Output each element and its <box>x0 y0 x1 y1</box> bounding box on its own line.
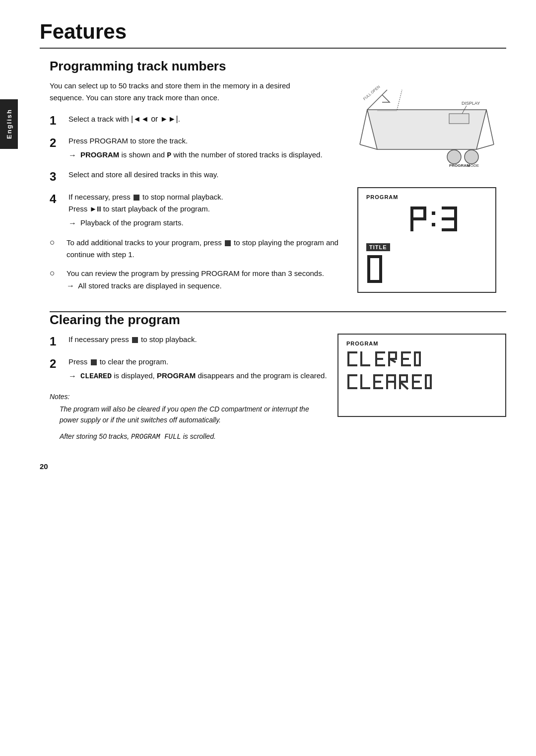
cleared-monospace: CLEARED <box>80 372 112 381</box>
clear-step-1-content: If necessary press to stop playback. <box>68 334 197 345</box>
svg-rect-64 <box>373 374 375 389</box>
lcd-clearing-display: PROGRAM <box>337 334 506 417</box>
svg-rect-42 <box>375 351 377 366</box>
bullet-2-arrow: → All stored tracks are displayed in seq… <box>67 279 324 292</box>
content-area: Programming track numbers You can select… <box>50 54 506 442</box>
step-2-number: 2 <box>50 135 64 150</box>
notes-text-2: After storing 50 tracks, PROGRAM FULL is… <box>60 431 328 442</box>
cd-diagram: DISPLAY FULL OPEN <box>357 80 496 179</box>
clearing-left: 1 If necessary press to stop playback. 2… <box>50 334 328 442</box>
svg-rect-59 <box>360 374 362 389</box>
clear-step-2-content: Press to clear the program. → CLEARED is… <box>68 356 327 383</box>
step-4-arrow: → Playback of the program starts. <box>68 217 223 230</box>
svg-rect-71 <box>399 381 408 383</box>
clear-step-1-number: 1 <box>50 334 64 349</box>
stop-icon <box>134 195 139 201</box>
bullet-circle-2: ○ <box>50 268 62 278</box>
svg-rect-78 <box>425 374 427 389</box>
svg-rect-60 <box>360 387 370 389</box>
notes-text-1: The program will also be cleared if you … <box>60 404 328 426</box>
svg-line-3 <box>360 144 377 149</box>
lcd-clear-label: PROGRAM <box>346 341 497 346</box>
lcd-programming-display: PROGRAM <box>357 187 496 293</box>
bullet-2: ○ You can review the program by pressing… <box>50 268 347 292</box>
svg-rect-77 <box>412 374 414 389</box>
svg-rect-29 <box>367 255 370 283</box>
svg-rect-30 <box>379 255 382 283</box>
lcd-track-display <box>366 204 487 239</box>
step-1-content: Select a track with |◄◄ or ►►|. <box>68 113 180 126</box>
svg-rect-37 <box>360 351 362 366</box>
program-bold: PROGRAM <box>157 371 196 380</box>
cleared-display-area <box>346 350 497 410</box>
lcd-title-bar: TITLE <box>366 243 390 251</box>
svg-text:MODE: MODE <box>467 163 479 168</box>
step-3: 3 Select and store all desired tracks in… <box>50 169 347 184</box>
digit-svg <box>366 254 396 284</box>
svg-line-1 <box>360 110 367 144</box>
programming-left: You can select up to 50 tracks and store… <box>50 80 347 299</box>
clearing-section: Clearing the program 1 If necessary pres… <box>50 312 506 442</box>
lcd-program-label: PROGRAM <box>366 194 487 200</box>
clearing-two-col: 1 If necessary press to stop playback. 2… <box>50 334 506 442</box>
clear-step-2-arrow: → CLEARED is displayed, PROGRAM disappea… <box>68 370 327 383</box>
cd-svg: DISPLAY FULL OPEN <box>357 80 496 179</box>
bullet-1-content: To add additional tracks to your program… <box>67 237 347 261</box>
playpause-symbol: ►II <box>90 205 101 213</box>
svg-rect-46 <box>395 351 397 358</box>
svg-line-73 <box>401 383 408 389</box>
programming-two-col: You can select up to 50 tracks and store… <box>50 80 506 299</box>
page-container: English Features Programming track numbe… <box>0 0 536 500</box>
svg-rect-20 <box>432 211 435 215</box>
title-section: TITLE <box>366 242 487 286</box>
svg-rect-19 <box>423 206 426 220</box>
svg-point-12 <box>447 150 461 164</box>
svg-rect-36 <box>347 351 349 366</box>
step-2-content: Press PROGRAM to store the track. → PROG… <box>68 135 323 162</box>
lcd-main-area: TITLE <box>366 204 487 286</box>
notes-section: Notes: The program will also be cleared … <box>50 393 328 442</box>
step-3-number: 3 <box>50 169 64 184</box>
step-1: 1 Select a track with |◄◄ or ►►|. <box>50 113 347 128</box>
svg-rect-26 <box>454 217 457 231</box>
bullet-1: ○ To add additional tracks to your progr… <box>50 237 347 261</box>
svg-rect-7 <box>449 114 469 124</box>
svg-rect-17 <box>410 206 425 209</box>
svg-rect-68 <box>394 374 396 389</box>
clear-step-2: 2 Press to clear the program. → CLEARED … <box>50 356 328 383</box>
sidebar-label: English <box>0 99 18 149</box>
step-4-number: 4 <box>50 191 64 206</box>
svg-rect-58 <box>347 374 349 389</box>
step-4-content: If necessary, press to stop normal playb… <box>68 191 223 230</box>
step-3-content: Select and store all desired tracks in t… <box>68 169 218 181</box>
clear-step-1: 1 If necessary press to stop playback. <box>50 334 328 349</box>
skip-icons: |◄◄ or ►►| <box>131 115 178 123</box>
step-2: 2 Press PROGRAM to store the track. → PR… <box>50 135 347 162</box>
arrow-icon-4: → <box>68 217 76 230</box>
svg-rect-38 <box>360 364 370 366</box>
cleared-svg <box>346 350 500 410</box>
svg-point-13 <box>465 150 478 164</box>
clearing-right: PROGRAM <box>337 334 506 417</box>
bullet-2-content: You can review the program by pressing P… <box>67 268 324 292</box>
programming-right: DISPLAY FULL OPEN <box>357 80 506 293</box>
svg-line-2 <box>486 110 494 144</box>
svg-text:DISPLAY: DISPLAY <box>462 101 480 106</box>
svg-rect-21 <box>432 223 435 226</box>
programming-header: Programming track numbers <box>50 59 506 74</box>
svg-rect-72 <box>406 374 408 381</box>
clearing-header: Clearing the program <box>50 312 506 328</box>
stop-icon-c1 <box>132 337 138 343</box>
svg-line-4 <box>476 144 494 149</box>
stop-icon-c2 <box>91 359 97 365</box>
step-4: 4 If necessary, press to stop normal pla… <box>50 191 347 230</box>
arrow-icon-b2: → <box>67 281 74 290</box>
svg-rect-52 <box>414 351 416 366</box>
svg-rect-51 <box>401 351 403 366</box>
programming-section: Programming track numbers You can select… <box>50 54 506 299</box>
step-1-number: 1 <box>50 113 64 128</box>
program-label: PROGRAM <box>80 150 119 159</box>
step-2-arrow: → PROGRAM is shown and P with the number… <box>68 149 323 162</box>
svg-line-9 <box>397 90 402 110</box>
program-full-monospace: PROGRAM FULL <box>131 433 181 441</box>
